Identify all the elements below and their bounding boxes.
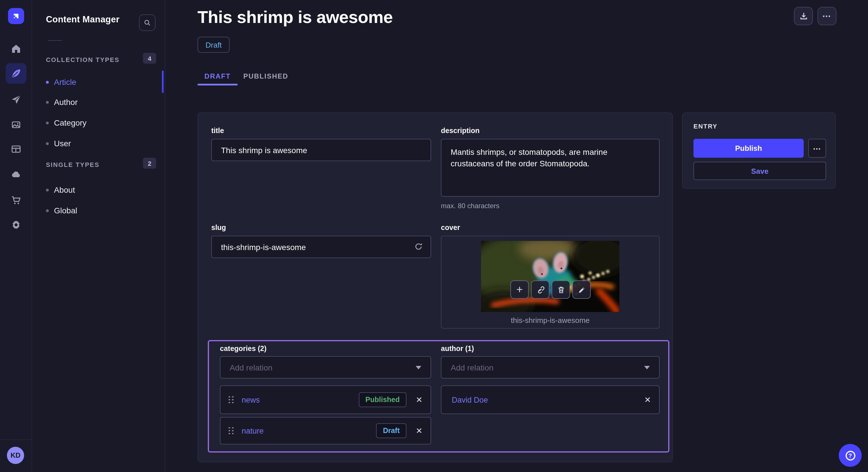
link-icon bbox=[535, 285, 545, 295]
status-badge-published: Published bbox=[359, 392, 406, 407]
relation-link-news[interactable]: news bbox=[242, 396, 260, 404]
entry-panel-title: ENTRY bbox=[693, 123, 718, 130]
sidebar-item-settings[interactable] bbox=[6, 214, 26, 235]
regenerate-slug-button[interactable] bbox=[413, 241, 424, 252]
sidebar-item-deploy[interactable] bbox=[6, 164, 26, 185]
slug-field-label: slug bbox=[211, 224, 226, 232]
copy-link-button[interactable] bbox=[531, 280, 549, 299]
strapi-logo[interactable] bbox=[8, 8, 24, 24]
sidebar-item-label: About bbox=[54, 185, 75, 194]
description-textarea[interactable]: Mantis shrimps, or stomatopods, are mari… bbox=[441, 139, 660, 197]
delete-asset-button[interactable] bbox=[552, 280, 570, 299]
sidebar-item-content-type-builder[interactable] bbox=[6, 139, 26, 160]
sidebar-item-label: User bbox=[54, 139, 71, 148]
sidebar-title: Content Manager bbox=[46, 14, 119, 25]
bullet-icon bbox=[46, 209, 49, 212]
active-item-indicator bbox=[162, 71, 164, 93]
sidebar-item-user[interactable]: User bbox=[46, 136, 161, 151]
single-types-count: 2 bbox=[143, 158, 156, 169]
close-icon: ✕ bbox=[416, 426, 423, 435]
title-field-label: title bbox=[211, 127, 224, 135]
collection-types-count: 4 bbox=[143, 53, 156, 64]
sidebar-item-label: Author bbox=[54, 98, 78, 107]
sidebar-item-author[interactable]: Author bbox=[46, 95, 161, 109]
layout-icon bbox=[10, 143, 22, 155]
remove-relation-news-button[interactable]: ✕ bbox=[410, 394, 423, 405]
author-relation-combobox[interactable]: Add relation bbox=[441, 356, 660, 378]
chevron-down-icon bbox=[415, 366, 422, 369]
strapi-logo-icon bbox=[11, 11, 21, 21]
description-helper-text: max. 80 characters bbox=[441, 202, 499, 210]
tab-draft[interactable]: DRAFT bbox=[197, 71, 238, 81]
drag-handle-icon[interactable] bbox=[228, 396, 234, 403]
description-field-label: description bbox=[441, 127, 479, 135]
paper-plane-icon bbox=[10, 94, 22, 105]
relation-row-nature: nature Draft ✕ bbox=[220, 417, 431, 444]
sidebar-item-article[interactable]: Article bbox=[46, 74, 161, 90]
slug-input[interactable] bbox=[211, 236, 431, 258]
bullet-icon bbox=[46, 121, 49, 124]
sidebar-item-label: Global bbox=[54, 206, 77, 215]
sidebar-divider bbox=[48, 40, 62, 41]
section-label-collection-types: COLLECTION TYPES bbox=[46, 56, 119, 63]
relation-row-david-doe: David Doe ✕ bbox=[441, 385, 660, 414]
export-button[interactable] bbox=[794, 7, 813, 25]
section-label-single-types: SINGLE TYPES bbox=[46, 161, 100, 168]
pencil-icon bbox=[577, 285, 586, 295]
sidebar-item-home[interactable] bbox=[6, 38, 26, 59]
categories-placeholder: Add relation bbox=[229, 363, 272, 372]
sidebar-item-content-manager[interactable] bbox=[6, 63, 26, 84]
rail-divider bbox=[0, 439, 32, 440]
sidebar-item-category[interactable]: Category bbox=[46, 115, 161, 130]
title-input[interactable] bbox=[211, 139, 431, 161]
author-placeholder: Add relation bbox=[451, 363, 493, 372]
sidebar-item-global[interactable]: Global bbox=[46, 203, 161, 218]
help-button[interactable]: ? bbox=[839, 444, 862, 467]
mantis-shrimp-photo bbox=[481, 241, 619, 312]
search-button[interactable] bbox=[139, 14, 156, 31]
sidebar-item-media-library[interactable] bbox=[6, 114, 26, 135]
bullet-icon bbox=[46, 189, 49, 191]
plus-icon: + bbox=[516, 283, 523, 296]
sidebar-item-releases[interactable] bbox=[6, 89, 26, 109]
app: KD Content Manager COLLECTION TYPES 4 Ar… bbox=[0, 0, 868, 472]
bullet-icon bbox=[46, 101, 49, 103]
status-badge: Draft bbox=[197, 37, 229, 53]
sidebar-item-marketplace[interactable] bbox=[6, 190, 26, 210]
question-mark-icon: ? bbox=[845, 450, 855, 460]
entry-more-actions-button[interactable]: ⋯ bbox=[808, 139, 826, 158]
remove-relation-david-doe-button[interactable]: ✕ bbox=[639, 394, 651, 405]
page-title: This shrimp is awesome bbox=[197, 7, 393, 27]
feather-icon bbox=[10, 68, 22, 79]
tab-published[interactable]: PUBLISHED bbox=[246, 71, 286, 81]
download-icon bbox=[798, 11, 809, 21]
more-actions-button[interactable]: ⋯ bbox=[817, 7, 836, 25]
cart-icon bbox=[10, 194, 22, 206]
home-icon bbox=[10, 43, 22, 55]
cover-field-label: cover bbox=[441, 224, 460, 232]
categories-relation-combobox[interactable]: Add relation bbox=[220, 356, 431, 378]
add-asset-button[interactable]: + bbox=[510, 280, 529, 299]
chevron-down-icon bbox=[644, 366, 650, 369]
bullet-icon bbox=[46, 80, 49, 83]
sidebar-item-label: Category bbox=[54, 118, 87, 127]
relation-link-nature[interactable]: nature bbox=[242, 427, 264, 435]
user-avatar[interactable]: KD bbox=[7, 447, 24, 464]
close-icon: ✕ bbox=[416, 395, 423, 404]
trash-icon bbox=[556, 285, 566, 295]
edit-form-card: title description Mantis shrimps, or sto… bbox=[197, 112, 673, 462]
main-nav-rail: KD bbox=[0, 0, 32, 472]
relation-row-news: news Published ✕ bbox=[220, 385, 431, 414]
relation-link-david-doe[interactable]: David Doe bbox=[450, 396, 488, 404]
sidebar-item-about[interactable]: About bbox=[46, 182, 161, 197]
remove-relation-nature-button[interactable]: ✕ bbox=[410, 425, 423, 436]
cover-field: + this-shrimp-is-awesome bbox=[441, 236, 660, 329]
ellipsis-icon: ⋯ bbox=[813, 144, 822, 153]
edit-asset-button[interactable] bbox=[572, 280, 591, 299]
search-icon bbox=[143, 18, 152, 28]
close-icon: ✕ bbox=[644, 395, 651, 404]
save-button[interactable]: Save bbox=[693, 162, 826, 180]
publish-button[interactable]: Publish bbox=[693, 139, 804, 158]
pictures-icon bbox=[10, 119, 22, 130]
drag-handle-icon[interactable] bbox=[228, 427, 234, 434]
